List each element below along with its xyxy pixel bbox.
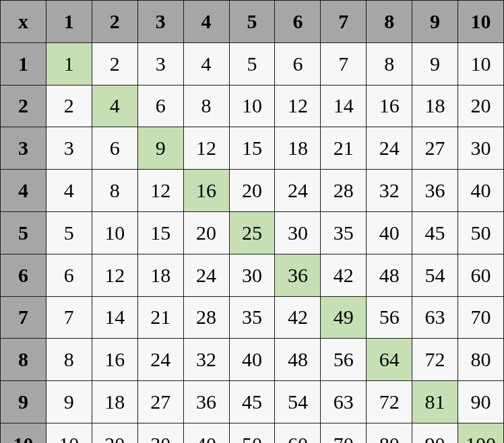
table-cell: 14 — [92, 296, 137, 339]
table-cell: 54 — [412, 254, 458, 296]
row-header: 7 — [1, 296, 46, 339]
table-cell: 10 — [46, 423, 92, 443]
diagonal-cell: 100 — [458, 423, 504, 443]
diagonal-cell: 16 — [183, 170, 229, 212]
table-cell: 15 — [229, 127, 275, 170]
table-cell: 8 — [46, 339, 92, 381]
table-cell: 12 — [137, 170, 183, 212]
diagonal-cell: 49 — [321, 296, 367, 339]
table-cell: 48 — [367, 254, 412, 296]
table-cell: 60 — [458, 254, 504, 296]
table-cell: 42 — [275, 296, 321, 339]
table-cell: 63 — [321, 381, 367, 423]
table-cell: 12 — [275, 85, 321, 127]
table-cell: 35 — [229, 296, 275, 339]
table-cell: 54 — [275, 381, 321, 423]
table-cell: 80 — [458, 339, 504, 381]
table-cell: 50 — [458, 211, 504, 254]
table-cell: 63 — [412, 296, 458, 339]
table-cell: 10 — [458, 42, 504, 85]
table-cell: 6 — [275, 42, 321, 85]
table-cell: 48 — [275, 339, 321, 381]
table-cell: 45 — [412, 211, 458, 254]
row-header: 10 — [1, 423, 46, 443]
table-cell: 30 — [275, 211, 321, 254]
table-cell: 9 — [46, 381, 92, 423]
table-cell: 3 — [137, 42, 183, 85]
table-cell: 36 — [183, 381, 229, 423]
row-header: 3 — [1, 127, 46, 170]
diagonal-cell: 9 — [137, 127, 183, 170]
table-cell: 15 — [137, 211, 183, 254]
table-cell: 5 — [46, 211, 92, 254]
table-cell: 16 — [92, 339, 137, 381]
table-cell: 90 — [458, 381, 504, 423]
table-cell: 40 — [367, 211, 412, 254]
row-header: 5 — [1, 211, 46, 254]
table-cell: 4 — [183, 42, 229, 85]
row-header: 6 — [1, 254, 46, 296]
table-cell: 60 — [275, 423, 321, 443]
table-cell: 18 — [275, 127, 321, 170]
table-cell: 40 — [183, 423, 229, 443]
table-cell: 72 — [412, 339, 458, 381]
table-cell: 9 — [412, 42, 458, 85]
row-header: 8 — [1, 339, 46, 381]
table-cell: 27 — [137, 381, 183, 423]
table-cell: 3 — [46, 127, 92, 170]
table-cell: 6 — [92, 127, 137, 170]
table-cell: 8 — [367, 42, 412, 85]
table-cell: 30 — [458, 127, 504, 170]
col-header: 8 — [367, 1, 412, 43]
table-cell: 28 — [321, 170, 367, 212]
table-cell: 56 — [367, 296, 412, 339]
table-cell: 20 — [183, 211, 229, 254]
corner-cell: x — [1, 1, 46, 43]
row-header: 1 — [1, 42, 46, 85]
table-cell: 32 — [183, 339, 229, 381]
table-cell: 72 — [367, 381, 412, 423]
table-cell: 10 — [92, 211, 137, 254]
diagonal-cell: 1 — [46, 42, 92, 85]
table-cell: 40 — [458, 170, 504, 212]
diagonal-cell: 36 — [275, 254, 321, 296]
table-cell: 90 — [412, 423, 458, 443]
table-cell: 45 — [229, 381, 275, 423]
table-cell: 2 — [92, 42, 137, 85]
table-cell: 18 — [412, 85, 458, 127]
diagonal-cell: 64 — [367, 339, 412, 381]
table-cell: 30 — [229, 254, 275, 296]
table-cell: 24 — [137, 339, 183, 381]
table-cell: 24 — [367, 127, 412, 170]
table-cell: 27 — [412, 127, 458, 170]
table-cell: 12 — [92, 254, 137, 296]
table-cell: 18 — [137, 254, 183, 296]
table-cell: 28 — [183, 296, 229, 339]
table-cell: 8 — [92, 170, 137, 212]
table-cell: 30 — [137, 423, 183, 443]
diagonal-cell: 81 — [412, 381, 458, 423]
row-header: 2 — [1, 85, 46, 127]
table-cell: 50 — [229, 423, 275, 443]
col-header: 10 — [458, 1, 504, 43]
row-header: 4 — [1, 170, 46, 212]
table-cell: 56 — [321, 339, 367, 381]
table-cell: 16 — [367, 85, 412, 127]
table-cell: 18 — [92, 381, 137, 423]
diagonal-cell: 25 — [229, 211, 275, 254]
col-header: 6 — [275, 1, 321, 43]
col-header: 5 — [229, 1, 275, 43]
table-cell: 12 — [183, 127, 229, 170]
table-cell: 6 — [137, 85, 183, 127]
table-cell: 42 — [321, 254, 367, 296]
table-cell: 8 — [183, 85, 229, 127]
diagonal-cell: 4 — [92, 85, 137, 127]
table-cell: 14 — [321, 85, 367, 127]
multiplication-table: x 1 2 3 4 5 6 7 8 9 10 11234567891022468… — [0, 0, 504, 443]
table-cell: 70 — [458, 296, 504, 339]
table-cell: 7 — [46, 296, 92, 339]
table-cell: 35 — [321, 211, 367, 254]
table-cell: 32 — [367, 170, 412, 212]
col-header: 7 — [321, 1, 367, 43]
row-header: 9 — [1, 381, 46, 423]
